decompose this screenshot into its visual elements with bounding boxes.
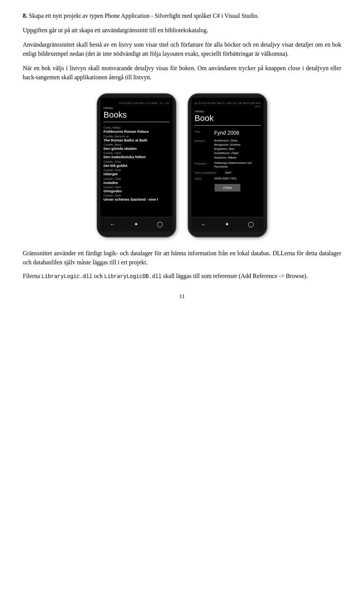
list-item[interactable]: Cussler, Clive Det blå guldet bbox=[104, 160, 169, 168]
book-title: Ormguden bbox=[104, 189, 169, 193]
bottom2-mid: och bbox=[93, 273, 104, 279]
authors-value: Andersson, Stina Bengtsson, Kristina Eng… bbox=[214, 138, 260, 160]
close-button[interactable]: Close bbox=[215, 184, 240, 192]
list-item[interactable]: Cussler, Clive Isberget bbox=[104, 168, 169, 176]
isbn-label: ISBN: bbox=[195, 176, 214, 181]
book-author: Cussler, Clive bbox=[104, 160, 169, 163]
book-author: Cussler, Clive bbox=[104, 177, 169, 181]
paragraph-3: När en bok väljs i listvyn skall motsvar… bbox=[23, 64, 341, 82]
list-item[interactable]: Cussler, Clive Isstaden bbox=[104, 177, 169, 185]
book-author: Cunliffe, Barry et. al. bbox=[104, 135, 169, 138]
list-item[interactable]: Cussler, Clive Unser schönes Saarland - … bbox=[104, 194, 169, 201]
isbn-field: ISBN: ISSN 0282-7301 bbox=[195, 176, 260, 181]
bottom2-suffix: skall läggas till som referenser (Add Re… bbox=[162, 273, 308, 279]
list-item[interactable]: Cross, Wilbur Fishbourne Roman Palace bbox=[104, 126, 169, 134]
book-author: Cross, Wilbur bbox=[104, 126, 169, 129]
heading-text: Skapa ett nytt projekt av typen Phone Ap… bbox=[29, 13, 259, 19]
book-list: Cross, Wilbur Fishbourne Roman Palace Cu… bbox=[104, 126, 169, 202]
phone-left: FE:22 002 1 100 SE1 1 11·2006 · 11 ·=·22… bbox=[97, 93, 176, 237]
authors-field: Authors: Andersson, Stina Bengtsson, Kri… bbox=[195, 138, 260, 160]
right-phone-navbar: ← ✦ ◯ bbox=[191, 217, 264, 231]
list-item[interactable]: Cussler, Clive Den makedoniska höken bbox=[104, 151, 169, 159]
list-item[interactable]: Cunliffe, Barry et. al. The Roman Baths … bbox=[104, 135, 169, 142]
year-field: Year of publication: 2007 bbox=[195, 171, 260, 175]
bottom-paragraph-2: Filerna LibraryLogic.dll och LibraryLogi… bbox=[23, 272, 341, 281]
left-phone-navbar: ← ✦ ◯ bbox=[100, 217, 173, 231]
right-screen-title: Book bbox=[195, 114, 260, 123]
phone-right-screen: 8L·ZL 012·00 E0D SEE 1 L·0EL 02·L·2E SE0… bbox=[191, 98, 264, 217]
book-title: Den makedoniska höken bbox=[104, 155, 169, 159]
year-label: Year of publication: bbox=[195, 171, 225, 175]
year-value: 2007 bbox=[225, 171, 260, 175]
bottom-paragraph-1: Gränssnittet använder ett färdigt logik-… bbox=[23, 249, 341, 267]
phones-container: FE:22 002 1 100 SE1 1 11·2006 · 11 ·=·22… bbox=[23, 93, 341, 237]
book-title: Det blå guldet bbox=[104, 163, 169, 168]
publisher-value: Göteborgs Stadsmuseum och Fornminne bbox=[214, 161, 260, 169]
paragraph-2: Användargränssnittet skall bestå av en l… bbox=[23, 40, 341, 58]
heading-number: 8. bbox=[23, 13, 27, 19]
isbn-value: ISSN 0282-7301 bbox=[214, 176, 260, 181]
book-title: Den gömda skatten bbox=[104, 146, 169, 151]
search-icon[interactable]: ◯ bbox=[157, 220, 163, 228]
back-icon[interactable]: ← bbox=[110, 220, 115, 228]
book-title: Isstaden bbox=[104, 181, 169, 185]
book-author: Cussler, Clive bbox=[104, 185, 169, 189]
book-author: Cunliffe, Barry bbox=[104, 143, 169, 146]
book-title: Fishbourne Roman Palace bbox=[104, 129, 169, 134]
book-title: Isberget bbox=[104, 172, 169, 176]
phone-left-screen: FE:22 002 1 100 SE1 1 11·2006 · 11 ·=·22… bbox=[100, 98, 173, 217]
right-status-bar: 8L·ZL 012·00 E0D SEE 1 L·0EL 02·L·2E SE0… bbox=[195, 102, 260, 108]
search-icon[interactable]: ◯ bbox=[248, 220, 254, 228]
page-content: 8. Skapa ett nytt projekt av typen Phone… bbox=[23, 11, 341, 301]
authors-label: Authors: bbox=[195, 138, 214, 160]
publisher-label: Publisher: bbox=[195, 161, 214, 169]
left-status-bar: FE:22 002 1 100 SE1 1 11·2006 · 11 ·=·22 bbox=[104, 102, 169, 105]
left-screen-title: Books bbox=[104, 110, 169, 119]
highlight-text: Phone Application bbox=[105, 13, 150, 19]
book-author: Cussler, Clive bbox=[104, 151, 169, 155]
paragraph-1: Uppgiften går ut på att skapa ett använd… bbox=[23, 26, 341, 35]
heading-paragraph: 8. Skapa ett nytt projekt av typen Phone… bbox=[23, 11, 341, 20]
bottom-text: Gränssnittet använder ett färdigt logik-… bbox=[23, 249, 341, 281]
home-icon[interactable]: ✦ bbox=[134, 220, 138, 228]
list-item[interactable]: Cunliffe, Barry Den gömda skatten bbox=[104, 143, 169, 151]
list-item[interactable]: Cussler, Clive Ormguden bbox=[104, 185, 169, 193]
title-label: Title: bbox=[195, 129, 214, 137]
bottom2-prefix: Filerna bbox=[23, 273, 41, 279]
home-icon[interactable]: ✦ bbox=[225, 220, 229, 228]
publisher-field: Publisher: Göteborgs Stadsmuseum och For… bbox=[195, 161, 260, 169]
page-number: 11 bbox=[23, 292, 341, 301]
book-title: The Roman Baths at Bath bbox=[104, 138, 169, 142]
book-author: Cussler, Clive bbox=[104, 194, 169, 197]
title-field: Title: Fynd 2006 bbox=[195, 129, 260, 137]
book-title: Unser schönes Saarland - eine l bbox=[104, 197, 169, 201]
back-icon[interactable]: ← bbox=[201, 220, 206, 228]
phone-right: 8L·ZL 012·00 E0D SEE 1 L·0EL 02·L·2E SE0… bbox=[188, 93, 267, 237]
book-author: Cussler, Clive bbox=[104, 168, 169, 172]
bottom2-code1: LibraryLogic.dll bbox=[41, 273, 92, 280]
title-value: Fynd 2006 bbox=[214, 129, 260, 137]
bottom2-code2: LibraryLogicDB.dll bbox=[104, 273, 162, 280]
